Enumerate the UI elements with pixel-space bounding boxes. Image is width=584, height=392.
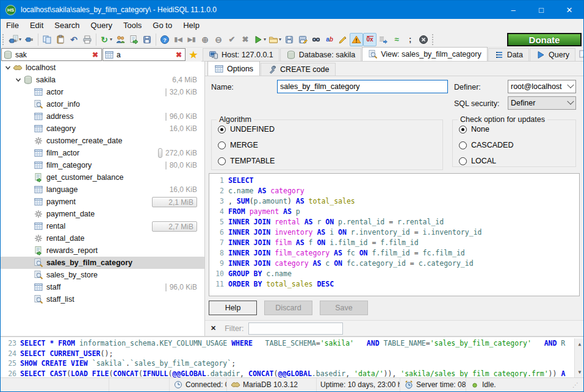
blob-as-hex-toggle[interactable]: 0x xyxy=(363,33,377,46)
tab-view[interactable]: View: sales_by_film_category xyxy=(362,47,487,61)
algorithm-radio-undefined[interactable]: UNDEFINED xyxy=(218,123,442,136)
tree-item-staff[interactable]: staff96,0 KiB xyxy=(1,281,204,293)
menu-tools[interactable]: Tools xyxy=(118,20,147,30)
tree-item-payment_date[interactable]: payment_date xyxy=(1,208,204,220)
bind-parameters-button[interactable]: ≈ xyxy=(390,33,403,46)
export-database-button[interactable] xyxy=(127,33,140,46)
scroll-down-icon[interactable]: ▼ xyxy=(579,368,582,378)
close-filter-icon[interactable]: ✕ xyxy=(211,324,216,332)
stop-button[interactable] xyxy=(417,33,430,46)
disconnect-button[interactable] xyxy=(23,33,36,46)
menu-edit[interactable]: Edit xyxy=(24,20,49,30)
check-option-radio-none[interactable]: None xyxy=(459,123,575,136)
tree-item-category[interactable]: category16,0 KiB xyxy=(1,123,204,135)
discard-button[interactable]: Discard xyxy=(264,301,312,315)
save-sql-button[interactable] xyxy=(283,33,296,46)
minimize-button[interactable]: – xyxy=(499,1,527,19)
tree-item-actor[interactable]: actor32,0 KiB xyxy=(1,86,204,98)
tab-host[interactable]: Host: 127.0.0.1 xyxy=(203,48,279,61)
tab-create-code[interactable]: CREATE code xyxy=(261,63,336,76)
radio-icon[interactable] xyxy=(218,157,226,165)
new-query-tab-icon[interactable] xyxy=(579,49,584,59)
favorites-star-icon[interactable]: ★ xyxy=(189,50,198,60)
definer-combobox[interactable]: root@localhost xyxy=(508,80,576,93)
reformat-sql-button[interactable] xyxy=(336,33,350,46)
insert-record-button[interactable]: ⊕ xyxy=(198,33,212,46)
dropdown-caret-icon[interactable]: ▾ xyxy=(264,37,266,42)
resize-grip[interactable]: ⋰ xyxy=(572,382,579,388)
help-button[interactable]: Help xyxy=(209,301,257,315)
first-record-button[interactable]: ▮◀ xyxy=(171,33,185,46)
last-record-button[interactable]: ▶▮ xyxy=(185,33,198,46)
tree-item-film_actor[interactable]: film_actor272,0 KiB xyxy=(1,147,204,159)
view-select-code-editor[interactable]: 1SELECT2c.name AS category3, SUM(p.amoun… xyxy=(209,173,580,296)
radio-icon[interactable] xyxy=(459,141,467,149)
clear-table-filter-icon[interactable]: ✖ xyxy=(174,50,184,60)
view-name-input[interactable] xyxy=(277,80,448,93)
copy-button[interactable] xyxy=(40,33,54,46)
check-option-radio-local[interactable]: LOCAL xyxy=(459,154,575,168)
find-button[interactable] xyxy=(309,33,323,46)
maximize-button[interactable]: □ xyxy=(527,1,555,19)
tab-options[interactable]: Options xyxy=(207,61,260,76)
menu-go-to[interactable]: Go to xyxy=(147,20,178,30)
execute-query-button[interactable]: ▾ xyxy=(252,33,267,46)
tab-query[interactable]: Query xyxy=(530,48,575,61)
session-manager-button[interactable]: ▾ xyxy=(7,33,23,46)
save-sql-as-button[interactable] xyxy=(296,33,309,46)
next-result-button[interactable] xyxy=(377,33,390,46)
scroll-up-icon[interactable]: ▲ xyxy=(579,340,582,350)
radio-icon[interactable] xyxy=(218,126,226,134)
tree-item-film_category[interactable]: film_category80,0 KiB xyxy=(1,159,204,171)
log-scrollbar[interactable]: ▲▼ xyxy=(574,338,584,379)
menu-file[interactable]: File xyxy=(1,20,24,30)
tree-item-language[interactable]: language16,0 KiB xyxy=(1,184,204,196)
tree-item-get_customer_balance[interactable]: get_customer_balance xyxy=(1,171,204,184)
expand-chevron-icon[interactable] xyxy=(3,63,13,73)
database-filter-input[interactable] xyxy=(14,50,89,60)
table-filter-input[interactable] xyxy=(115,50,173,60)
tree-item-sakila[interactable]: sakila6,4 MiB xyxy=(1,74,204,86)
delete-record-button[interactable]: ⊖ xyxy=(212,33,225,46)
sql-security-dropdown[interactable]: Definer xyxy=(508,96,576,110)
save-button[interactable]: Save xyxy=(320,301,368,315)
print-button[interactable] xyxy=(81,33,94,46)
load-sql-file-button[interactable]: ▾ xyxy=(267,33,283,46)
post-changes-button[interactable]: ✔ xyxy=(225,33,239,46)
help-button[interactable]: ? xyxy=(158,33,171,46)
radio-icon[interactable] xyxy=(459,126,467,134)
replace-button[interactable]: ab xyxy=(323,33,336,46)
single-statement-button[interactable]: ; xyxy=(403,33,417,46)
tree-item-actor_info[interactable]: actor_info xyxy=(1,98,204,110)
tab-database[interactable]: Database: sakila xyxy=(280,48,361,61)
radio-icon[interactable] xyxy=(218,141,226,149)
menu-help[interactable]: Help xyxy=(178,20,205,30)
tree-item-rental[interactable]: rental2,7 MiB xyxy=(1,220,204,232)
paste-button[interactable] xyxy=(54,33,67,46)
donate-button[interactable]: Donate xyxy=(507,33,582,46)
filter-input[interactable] xyxy=(248,323,343,335)
menu-search[interactable]: Search xyxy=(49,20,85,30)
cancel-editing-button[interactable]: ✖ xyxy=(239,33,252,46)
user-manager-button[interactable] xyxy=(114,33,127,46)
check-option-radio-cascaded[interactable]: CASCADED xyxy=(459,138,575,152)
save-snapshot-button[interactable] xyxy=(140,33,154,46)
tree-item-staff_list[interactable]: staff_list xyxy=(1,293,204,305)
tree-item-rental_date[interactable]: rental_date xyxy=(1,232,204,244)
tree-item-address[interactable]: address96,0 KiB xyxy=(1,110,204,123)
close-button[interactable]: ✕ xyxy=(555,1,583,19)
refresh-button[interactable]: ↻▾ xyxy=(98,33,114,46)
dropdown-caret-icon[interactable]: ▾ xyxy=(19,37,21,42)
tree-item-payment[interactable]: payment2,1 MiB xyxy=(1,196,204,208)
tree-item-sales_by_film_category[interactable]: sales_by_film_category xyxy=(1,257,204,269)
undo-button[interactable]: ↶ xyxy=(67,33,81,46)
tree-item-customer_create_date[interactable]: customer_create_date xyxy=(1,135,204,147)
dropdown-caret-icon[interactable]: ▾ xyxy=(110,37,112,42)
tree-item-localhost[interactable]: localhost xyxy=(1,62,204,74)
tree-item-rewards_report[interactable]: rewards_report xyxy=(1,244,204,257)
warn-unsafe-toggle[interactable] xyxy=(350,33,363,46)
expand-chevron-icon[interactable] xyxy=(13,75,23,85)
tab-data[interactable]: Data xyxy=(488,48,529,61)
clear-database-filter-icon[interactable]: ✖ xyxy=(90,50,100,60)
radio-icon[interactable] xyxy=(459,157,467,165)
